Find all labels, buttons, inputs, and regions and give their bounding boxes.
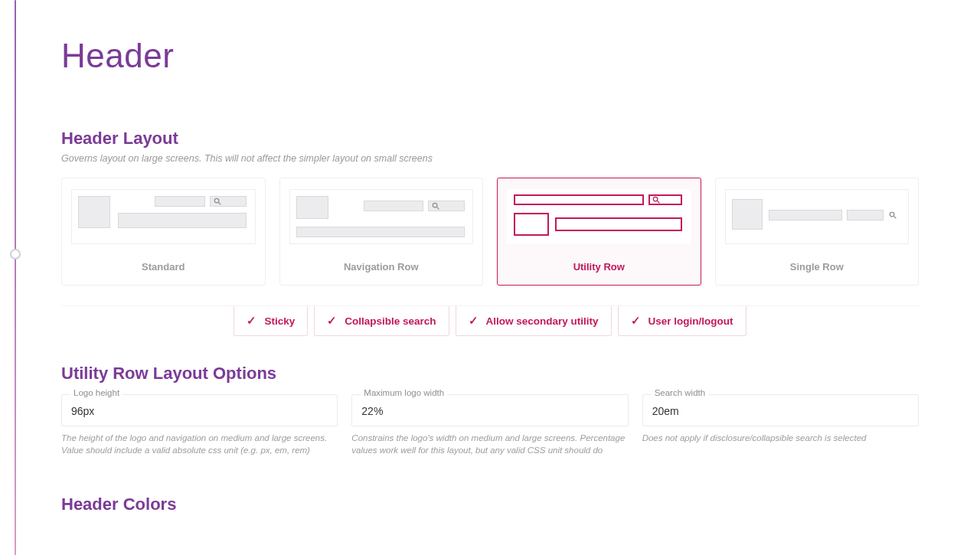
svg-point-4 <box>653 197 658 201</box>
section-heading-header-colors: Header Colors <box>61 495 919 514</box>
svg-line-1 <box>219 203 221 205</box>
check-icon: ✓ <box>469 314 479 328</box>
section-heading-layout: Header Layout <box>61 129 919 149</box>
toggle-label: Sticky <box>264 315 295 327</box>
check-icon: ✓ <box>247 314 256 328</box>
timeline-dot <box>10 249 21 260</box>
layout-preview <box>62 178 265 252</box>
field-label: Search width <box>652 388 708 397</box>
layout-option-label: Utility Row <box>498 252 701 285</box>
layout-cards: Standard Navigation Row <box>61 178 919 286</box>
toggle-label: Collapsible search <box>345 315 436 327</box>
svg-line-7 <box>893 217 896 219</box>
field-search-width: Search width <box>642 394 919 426</box>
layout-option-single-row[interactable]: Single Row <box>715 178 920 286</box>
svg-line-5 <box>658 201 660 204</box>
layout-option-utility-row[interactable]: Utility Row <box>497 178 701 286</box>
search-icon <box>889 211 897 221</box>
toggle-allow-secondary-utility[interactable]: ✓ Allow secondary utility <box>456 305 612 336</box>
svg-point-0 <box>214 198 219 203</box>
field-help-search-width: Does not apply if disclosure/collapsible… <box>642 433 919 456</box>
layout-option-label: Single Row <box>716 252 919 285</box>
layout-preview <box>716 178 919 252</box>
field-help-logo-height: The height of the logo and navigation on… <box>61 433 338 456</box>
layout-preview <box>280 178 483 252</box>
layout-option-label: Navigation Row <box>280 252 483 285</box>
svg-point-2 <box>433 203 437 207</box>
layout-toggles: ✓ Sticky ✓ Collapsible search ✓ Allow se… <box>61 305 919 336</box>
field-logo-height: Logo height <box>61 394 338 426</box>
toggle-sticky[interactable]: ✓ Sticky <box>234 305 308 336</box>
search-width-input[interactable] <box>642 394 919 426</box>
field-max-logo-width: Maximum logo width <box>351 394 628 426</box>
layout-option-navigation-row[interactable]: Navigation Row <box>279 178 484 286</box>
section-desc-layout: Governs layout on large screens. This wi… <box>61 153 919 164</box>
search-icon <box>652 196 660 206</box>
section-heading-utility-options: Utility Row Layout Options <box>61 364 919 384</box>
page-title: Header <box>61 37 919 75</box>
toggle-user-login-logout[interactable]: ✓ User login/logout <box>618 305 746 336</box>
check-icon: ✓ <box>327 314 337 328</box>
search-icon <box>214 198 221 207</box>
svg-point-6 <box>890 212 894 217</box>
logo-height-input[interactable] <box>61 394 338 426</box>
toggle-label: User login/logout <box>648 315 733 327</box>
layout-option-label: Standard <box>62 252 265 285</box>
toggle-collapsible-search[interactable]: ✓ Collapsible search <box>314 305 449 336</box>
max-logo-width-input[interactable] <box>351 394 628 426</box>
toggle-label: Allow secondary utility <box>486 315 599 327</box>
svg-line-3 <box>436 207 439 210</box>
timeline-rail <box>15 0 16 555</box>
layout-preview <box>498 178 701 252</box>
search-icon <box>432 202 439 212</box>
field-help-max-logo-width: Constrains the logo's width on medium an… <box>351 433 628 456</box>
field-label: Logo height <box>70 388 122 397</box>
layout-option-standard[interactable]: Standard <box>61 178 266 286</box>
options-divider <box>61 305 919 306</box>
check-icon: ✓ <box>631 314 641 328</box>
field-label: Maximum logo width <box>361 388 447 397</box>
